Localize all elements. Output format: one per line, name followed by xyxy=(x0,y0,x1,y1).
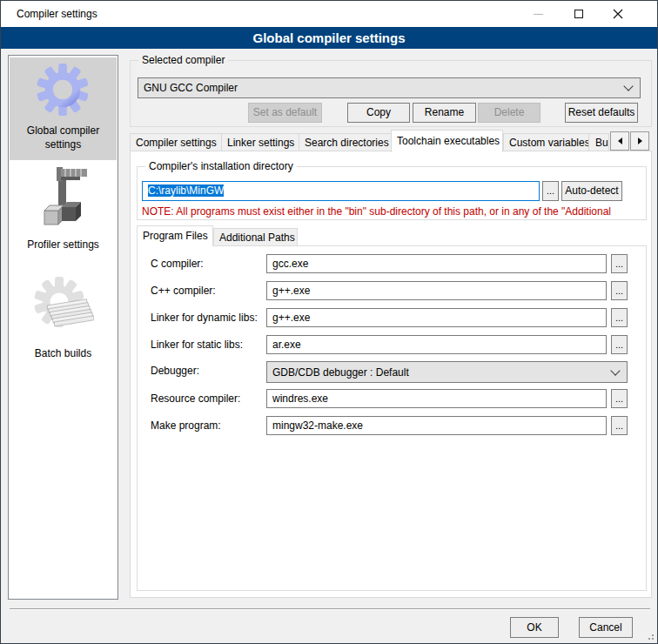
minimize-icon xyxy=(534,14,543,15)
caliper-icon xyxy=(37,165,90,233)
tab-scroll-left-button[interactable] xyxy=(610,131,629,151)
tab-scroll-right-button[interactable] xyxy=(630,131,649,151)
tab-linker-settings[interactable]: Linker settings xyxy=(221,133,299,151)
maximize-button[interactable] xyxy=(560,1,598,27)
footer-divider xyxy=(10,608,650,610)
reset-defaults-button[interactable]: Reset defaults xyxy=(565,103,638,123)
copy-button[interactable]: Copy xyxy=(347,103,410,123)
compiler-select-value: GNU GCC Compiler xyxy=(138,82,625,94)
browse-directory-button[interactable]: ... xyxy=(542,181,559,201)
dynamic-linker-browse-button[interactable]: ... xyxy=(611,308,628,327)
selected-compiler-group: Selected compiler GNU GCC Compiler Set a… xyxy=(130,60,652,127)
tab-scroll-left-icon xyxy=(618,138,622,144)
toolchain-executables-page: Compiler's installation directory C:\ray… xyxy=(130,151,652,598)
program-files-panel: C compiler: gcc.exe ... C++ compiler: g+… xyxy=(137,245,647,591)
tab-build-options[interactable]: Build options xyxy=(588,133,609,151)
group-label: Selected compiler xyxy=(138,54,228,67)
chevron-down-icon xyxy=(623,81,633,91)
tab-custom-variables[interactable]: Custom variables xyxy=(503,133,589,151)
subtab-program-files[interactable]: Program Files xyxy=(137,225,213,246)
c-compiler-input[interactable]: gcc.exe xyxy=(266,254,607,273)
sidebar-item-label: Batch builds xyxy=(9,346,118,360)
resource-compiler-input[interactable]: windres.exe xyxy=(266,389,607,408)
static-linker-browse-button[interactable]: ... xyxy=(611,335,628,354)
tab-scroll-right-icon xyxy=(638,138,642,144)
static-linker-input[interactable]: ar.exe xyxy=(266,335,607,354)
gray-gear-papers-icon xyxy=(33,276,94,337)
c-compiler-browse-button[interactable]: ... xyxy=(611,254,628,273)
settings-category-list: Global compiler settings Profiler settin… xyxy=(8,55,118,600)
installation-directory-input[interactable]: C:\raylib\MinGW xyxy=(142,181,540,201)
ok-button[interactable]: OK xyxy=(510,617,559,638)
debugger-select[interactable]: GDB/CDB debugger : Default xyxy=(266,361,628,383)
set-as-default-button: Set as default xyxy=(248,103,322,123)
sidebar-item-label: Global compiler settings xyxy=(9,124,118,151)
dynamic-linker-input[interactable]: g++.exe xyxy=(266,308,607,327)
group-label: Compiler's installation directory xyxy=(145,160,297,173)
selected-path-text: C:\raylib\MinGW xyxy=(148,184,224,197)
maximize-icon xyxy=(574,10,583,18)
installation-directory-group: Compiler's installation directory C:\ray… xyxy=(137,166,647,220)
debugger-select-value: GDB/CDB debugger : Default xyxy=(267,366,612,379)
close-button[interactable] xyxy=(599,1,637,27)
chevron-down-icon xyxy=(610,366,620,375)
cancel-button[interactable]: Cancel xyxy=(579,617,633,638)
minimize-button xyxy=(519,1,557,27)
delete-button: Delete xyxy=(478,103,540,123)
note-text: NOTE: All programs must exist either in … xyxy=(142,205,643,218)
page-title: Global compiler settings xyxy=(1,27,657,49)
window-title: Compiler settings xyxy=(17,1,97,27)
tab-compiler-settings[interactable]: Compiler settings xyxy=(130,133,222,151)
sidebar-item-label: Profiler settings xyxy=(9,238,118,252)
resize-grip-icon[interactable] xyxy=(652,638,654,640)
tab-search-directories[interactable]: Search directories xyxy=(299,133,392,151)
cpp-compiler-browse-button[interactable]: ... xyxy=(611,281,628,300)
compiler-settings-dialog: Compiler settings Global compiler settin… xyxy=(0,0,658,644)
make-program-browse-button[interactable]: ... xyxy=(611,416,628,435)
cpp-compiler-input[interactable]: g++.exe xyxy=(266,281,607,300)
compiler-select[interactable]: GNU GCC Compiler xyxy=(138,77,641,98)
close-icon xyxy=(613,9,623,19)
rename-button[interactable]: Rename xyxy=(413,103,476,123)
blue-gear-icon xyxy=(36,63,90,117)
make-program-input[interactable]: mingw32-make.exe xyxy=(266,416,607,435)
title-bar: Compiler settings xyxy=(1,1,657,27)
autodetect-button[interactable]: Auto-detect xyxy=(561,181,622,201)
tab-toolchain-executables[interactable]: Toolchain executables xyxy=(391,130,503,152)
resource-compiler-browse-button[interactable]: ... xyxy=(611,389,628,408)
subtab-additional-paths[interactable]: Additional Paths xyxy=(213,228,298,246)
